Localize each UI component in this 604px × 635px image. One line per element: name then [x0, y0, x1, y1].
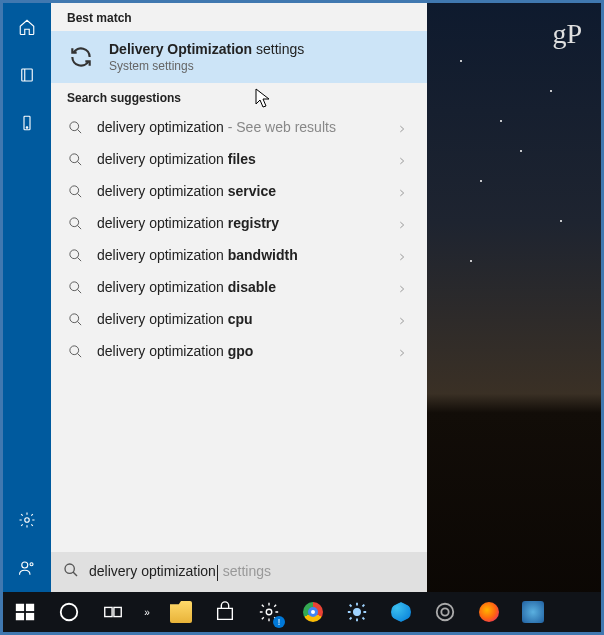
- svg-point-3: [26, 127, 28, 129]
- gear-icon[interactable]: [3, 496, 51, 544]
- suggestion-text: delivery optimization gpo: [97, 343, 383, 359]
- suggestion-text: delivery optimization service: [97, 183, 383, 199]
- search-icon: [67, 215, 83, 231]
- chevron-right-icon: [397, 216, 411, 230]
- svg-line-22: [77, 353, 81, 357]
- notebook-icon[interactable]: [3, 51, 51, 99]
- search-icon: [67, 279, 83, 295]
- taskbar: » !: [3, 592, 601, 632]
- svg-point-15: [69, 249, 78, 258]
- search-icon: [63, 562, 79, 582]
- svg-point-13: [69, 217, 78, 226]
- svg-point-21: [69, 345, 78, 354]
- search-input[interactable]: delivery optimization settings: [89, 563, 415, 580]
- best-match-subtitle: System settings: [109, 59, 304, 73]
- suggestion-text: delivery optimization files: [97, 151, 383, 167]
- app-button[interactable]: [511, 592, 555, 632]
- suggestions-list: delivery optimization - See web resultsd…: [51, 111, 427, 552]
- cortana-sidebar: [3, 3, 51, 592]
- watermark-logo: gP: [552, 18, 582, 50]
- svg-line-14: [77, 225, 81, 229]
- camera-button[interactable]: [423, 592, 467, 632]
- search-icon: [67, 151, 83, 167]
- home-icon[interactable]: [3, 3, 51, 51]
- suggestion-text: delivery optimization - See web results: [97, 119, 383, 135]
- best-match-title: Delivery Optimization settings: [109, 41, 304, 57]
- chevron-right-icon: [397, 312, 411, 326]
- suggestion-text: delivery optimization bandwidth: [97, 247, 383, 263]
- suggestion-text: delivery optimization disable: [97, 279, 383, 295]
- suggestion-item[interactable]: delivery optimization files: [51, 143, 427, 175]
- svg-point-17: [69, 281, 78, 290]
- svg-point-5: [22, 562, 28, 568]
- svg-point-34: [437, 604, 454, 621]
- suggestion-text: delivery optimization cpu: [97, 311, 383, 327]
- feedback-icon[interactable]: [3, 544, 51, 592]
- svg-line-10: [77, 161, 81, 165]
- svg-rect-30: [105, 607, 112, 616]
- svg-line-18: [77, 289, 81, 293]
- svg-line-20: [77, 321, 81, 325]
- search-icon: [67, 311, 83, 327]
- suggestion-text: delivery optimization registry: [97, 215, 383, 231]
- start-button[interactable]: [3, 592, 47, 632]
- svg-rect-28: [26, 613, 34, 620]
- best-match-result[interactable]: Delivery Optimization settings System se…: [51, 31, 427, 83]
- overflow-button[interactable]: »: [135, 592, 159, 632]
- svg-line-12: [77, 193, 81, 197]
- svg-line-16: [77, 257, 81, 261]
- svg-point-35: [441, 608, 448, 615]
- firefox-button[interactable]: [467, 592, 511, 632]
- svg-line-8: [77, 129, 81, 133]
- chevron-right-icon: [397, 248, 411, 262]
- notification-badge: !: [273, 616, 285, 628]
- search-icon: [67, 247, 83, 263]
- cortana-button[interactable]: [47, 592, 91, 632]
- task-view-button[interactable]: [91, 592, 135, 632]
- svg-point-11: [69, 185, 78, 194]
- suggestion-item[interactable]: delivery optimization gpo: [51, 335, 427, 367]
- results-panel: Best match Delivery Optimization setting…: [51, 3, 427, 592]
- brightness-button[interactable]: [335, 592, 379, 632]
- suggestion-item[interactable]: delivery optimization registry: [51, 207, 427, 239]
- settings-button[interactable]: !: [247, 592, 291, 632]
- chevron-right-icon: [397, 120, 411, 134]
- sync-icon: [67, 43, 95, 71]
- chevron-right-icon: [397, 152, 411, 166]
- svg-rect-27: [16, 613, 24, 620]
- svg-rect-25: [16, 604, 24, 611]
- svg-point-7: [69, 121, 78, 130]
- suggestion-item[interactable]: delivery optimization - See web results: [51, 111, 427, 143]
- svg-rect-31: [114, 607, 121, 616]
- chrome-button[interactable]: [291, 592, 335, 632]
- search-icon: [67, 119, 83, 135]
- best-match-header: Best match: [51, 3, 427, 31]
- svg-point-33: [353, 608, 360, 615]
- chevron-right-icon: [397, 184, 411, 198]
- chevron-right-icon: [397, 344, 411, 358]
- file-explorer-button[interactable]: [159, 592, 203, 632]
- suggestion-item[interactable]: delivery optimization cpu: [51, 303, 427, 335]
- edge-button[interactable]: [379, 592, 423, 632]
- chevron-right-icon: [397, 280, 411, 294]
- svg-point-6: [30, 563, 33, 566]
- search-icon: [67, 183, 83, 199]
- svg-rect-0: [22, 69, 33, 81]
- store-button[interactable]: [203, 592, 247, 632]
- svg-point-4: [25, 518, 30, 523]
- svg-point-32: [266, 609, 272, 615]
- search-icon: [67, 343, 83, 359]
- suggestion-item[interactable]: delivery optimization bandwidth: [51, 239, 427, 271]
- search-panel: Best match Delivery Optimization setting…: [3, 3, 427, 592]
- svg-point-19: [69, 313, 78, 322]
- svg-point-23: [65, 564, 74, 573]
- svg-line-24: [73, 572, 77, 576]
- search-box[interactable]: delivery optimization settings: [51, 552, 427, 592]
- svg-point-9: [69, 153, 78, 162]
- svg-point-29: [61, 604, 78, 621]
- svg-rect-26: [26, 604, 34, 611]
- suggestion-item[interactable]: delivery optimization disable: [51, 271, 427, 303]
- suggestion-item[interactable]: delivery optimization service: [51, 175, 427, 207]
- device-icon[interactable]: [3, 99, 51, 147]
- suggestions-header: Search suggestions: [51, 83, 427, 111]
